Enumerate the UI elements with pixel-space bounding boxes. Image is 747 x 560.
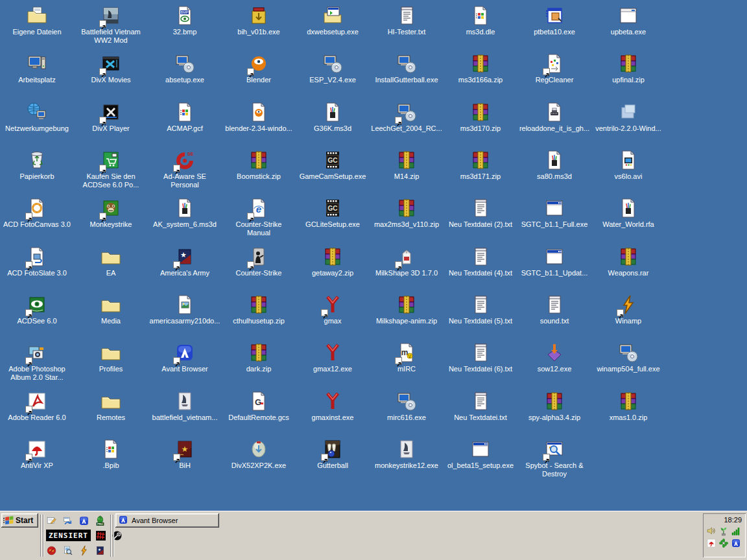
quick-launch-compose-icon[interactable] [46,515,58,526]
desktop-icon-bih[interactable]: ★BiH [148,439,222,470]
desktop-icon-battlefield-vietnam[interactable]: battlefield_vietnam... [148,391,222,422]
desktop-icon-acdsee-6-0[interactable]: ACDSee 6.0 [0,294,74,325]
desktop-icon-netzwerkumgebung[interactable]: Netzwerkumgebung [0,102,74,133]
quick-launch-sync-icon[interactable] [62,515,74,526]
desktop-icon-kaufen-sie-den-acdsee-6-0-po[interactable]: Kaufen Sie den ACDSee 6.0 Po... [74,150,148,189]
desktop-icon-winamp[interactable]: Winamp [591,294,665,325]
desktop-icon-adobe-photoshop-album-2-0-star[interactable]: Adobe Photoshop Album 2.0 Star... [0,342,74,382]
tray-avant-icon[interactable] [731,538,741,548]
desktop-icon-neu-textdatei-6-txt[interactable]: Neu Textdatei (6).txt [444,342,517,373]
desktop-icon-ventrilo-2-2-0-wind[interactable]: ventrilo-2.2.0-Wind... [591,102,665,133]
desktop-icon-bpib[interactable]: .Bpib [74,439,148,470]
desktop-icon-upfinal-zip[interactable]: upfinal.zip [591,53,665,84]
desktop-icon-media[interactable]: Media [74,294,148,325]
desktop-icon-defaultremote-gcs[interactable]: GDefaultRemote.gcs [222,391,296,422]
desktop-icon-weapons-rar[interactable]: Weapons.rar [591,246,665,277]
desktop-icon-absetup-exe[interactable]: absetup.exe [148,53,222,84]
quick-launch-winamp-lightning-icon[interactable] [78,544,90,556]
desktop-icon-neu-textdatei-4-txt[interactable]: Neu Textdatei (4).txt [444,246,517,277]
tray-signal-bars-icon[interactable] [731,526,741,536]
desktop-icon-sgtc-b1-1-updat[interactable]: SGTC_b1.1_Updat... [517,246,591,277]
desktop-icon-ea[interactable]: EA [74,246,148,277]
start-button[interactable]: Start [1,513,38,528]
desktop-icon-acd-fotoslate-3-0[interactable]: ACD FotoSlate 3.0 [0,246,74,277]
desktop-icon-gclitesetup-exe[interactable]: GCGCLiteSetup.exe [296,198,370,229]
desktop-icon-32-bmp[interactable]: BMP32.bmp [148,5,222,36]
desktop-icon-divx52xp2k-exe[interactable]: DivX52XP2K.exe [222,439,296,470]
desktop-icon-acmap-gcf[interactable]: ACMAP.gcf [148,102,222,133]
desktop-icon-leechget-2004-rc[interactable]: LeechGet_2004_RC... [370,102,444,133]
desktop-icon-bih-v01b-exe[interactable]: bih_v01b.exe [222,5,296,36]
desktop-icon-avant-browser[interactable]: Avant Browser [148,342,222,373]
desktop-icon-gmax[interactable]: gmax [296,294,370,325]
desktop-icon-upbeta-exe[interactable]: upbeta.exe [591,5,665,36]
desktop-icon-ms3d170-zip[interactable]: ms3d170.zip [444,102,517,133]
desktop-icon-vs6lo-avi[interactable]: vs6lo.avi [591,150,665,181]
desktop-icon-max2ms3d-v110-zip[interactable]: max2ms3d_v110.zip [370,198,444,229]
quick-launch-aa-star-icon[interactable]: ★ [95,544,106,556]
desktop-icon-americasarmy210do[interactable]: americasarmy210do... [148,294,222,325]
desktop-icon-ms3d-dle[interactable]: ms3d.dle [444,5,517,36]
quick-launch-doc-search-icon[interactable] [62,544,74,556]
desktop-icon-milkshape-anim-zip[interactable]: Milkshape-anim.zip [370,294,444,325]
desktop-icon-spybot-search-destroy[interactable]: Spybot - Search & Destroy [517,439,591,478]
desktop-icon-blender-2-34-windo[interactable]: blender-2.34-windo... [222,102,296,133]
desktop-icon-counter-strike[interactable]: Counter-Strike [222,246,296,277]
desktop-icon-sa80-ms3d[interactable]: sa80.ms3d [517,150,591,181]
desktop-icon-neu-textdatei-5-txt[interactable]: Neu Textdatei (5).txt [444,294,517,325]
desktop-icon-battlefield-vietnam-ww2-mod[interactable]: Battlefield Vietnam WW2 Mod [74,5,148,45]
desktop-icon-eigene-dateien[interactable]: Eigene Dateien [0,5,74,36]
desktop-icon-boomstick-zip[interactable]: Boomstick.zip [222,150,296,181]
desktop-icon-installgutterball-exe[interactable]: InstallGutterball.exe [370,53,444,84]
desktop-icon-spy-alpha3-4-zip[interactable]: spy-alpha3.4.zip [517,391,591,422]
desktop-icon-esp-v2-4-exe[interactable]: ESP_V2.4.exe [296,53,370,84]
tray-sprout-icon[interactable] [718,526,729,536]
quick-launch-block-icon[interactable] [46,544,58,556]
desktop-icon-ad-aware-se-personal[interactable]: SEAd-Aware SE Personal [148,150,222,189]
desktop-icon-dark-zip[interactable]: dark.zip [222,342,296,373]
quick-launch-adaware-pro-icon[interactable]: PRO [95,515,106,526]
quick-launch-red-grid-icon[interactable] [95,530,107,541]
desktop-icon-remotes[interactable]: Remotes [74,391,148,422]
desktop-icon-hi-tester-txt[interactable]: HI-Tester.txt [370,5,444,36]
desktop-icon-antivir-xp[interactable]: AntiVir XP [0,439,74,470]
desktop-icon-counter-strike-manual[interactable]: eCounter-Strike Manual [222,198,296,237]
desktop-icon-mirc[interactable]: mmIRC [370,342,444,373]
desktop-icon-xmas1-0-zip[interactable]: xmas1.0.zip [591,391,665,422]
desktop-icon-monkeystrike[interactable]: Monkeystrike [74,198,148,229]
desktop-icon-ak-system-6-ms3d[interactable]: AK_system_6.ms3d [148,198,222,229]
desktop-icon-milkshape-3d-1-7-0[interactable]: MilkShape 3D 1.7.0 [370,246,444,277]
desktop-icon-adobe-reader-6-0[interactable]: Adobe Reader 6.0 [0,391,74,422]
desktop-icon-acd-fotocanvas-3-0[interactable]: ACD FotoCanvas 3.0 [0,198,74,229]
desktop-icon-gmaxinst-exe[interactable]: gmaxinst.exe [296,391,370,422]
desktop-icon-mirc616-exe[interactable]: mirc616.exe [370,391,444,422]
desktop-icon-dxwebsetup-exe[interactable]: dxwebsetup.exe [296,5,370,36]
tray-antivir-icon[interactable] [706,538,717,548]
desktop-icon-sound-txt[interactable]: sound.txt [517,294,591,325]
desktop-icon-neu-textdatei-2-txt[interactable]: Neu Textdatei (2).txt [444,198,517,229]
desktop-icon-ms3d166a-zip[interactable]: ms3d166a.zip [444,53,517,84]
taskbar-button-avant-browser[interactable]: Avant Browser [115,513,219,528]
taskbar-clock[interactable]: 18:29 [705,514,744,524]
desktop-icon-ms3d171-zip[interactable]: ms3d171.zip [444,150,517,181]
desktop-icon-reloaddone-it-is-gh[interactable]: reloaddone_it_is_gh... [517,102,591,133]
desktop-icon-divx-player[interactable]: DivX Player [74,102,148,133]
desktop-icon-water-world-rfa[interactable]: Water_World.rfa [591,198,665,229]
desktop-icon-gmax12-exe[interactable]: gmax12.exe [296,342,370,373]
desktop-icon-divx-movies[interactable]: DivX Movies [74,53,148,84]
tray-volume-icon[interactable] [706,526,717,536]
desktop-icon-sow12-exe[interactable]: sow12.exe [517,342,591,373]
desktop-icon-getaway2-zip[interactable]: getaway2.zip [296,246,370,277]
desktop-icon-sgtc-b1-1-full-exe[interactable]: SGTC_b1.1_Full.exe [517,198,591,229]
desktop-icon-ol-beta15-setup-exe[interactable]: ol_beta15_setup.exe [444,439,517,470]
desktop-icon-america-s-army[interactable]: ★America's Army [148,246,222,277]
desktop-icon-winamp504-full-exe[interactable]: winamp504_full.exe [591,342,665,373]
desktop-icon-g36k-ms3d[interactable]: G36K.ms3d [296,102,370,133]
desktop-icon-arbeitsplatz[interactable]: Arbeitsplatz [0,53,74,84]
desktop-icon-monkeystrike12-exe[interactable]: monkeystrike12.exe [370,439,444,470]
desktop-icon-regcleaner[interactable]: RegCleaner [517,53,591,84]
desktop-icon-neu-textdatei-txt[interactable]: Neu Textdatei.txt [444,391,517,422]
desktop-icon-m14-zip[interactable]: M14.zip [370,150,444,181]
desktop-icon-gamecamsetup-exe[interactable]: GCGameCamSetup.exe [296,150,370,181]
quick-launch-avant-icon[interactable] [78,515,90,526]
